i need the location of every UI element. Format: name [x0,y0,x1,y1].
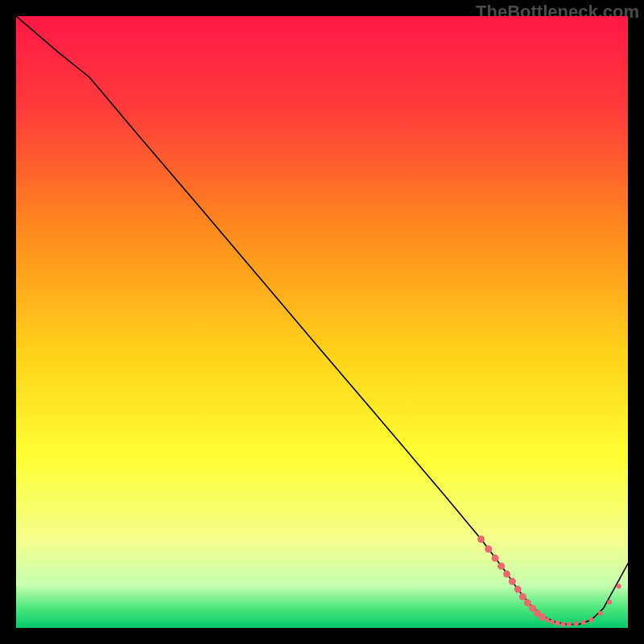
curve-marker [492,555,499,562]
curve-marker [519,593,526,601]
curve-marker [550,619,555,624]
curve-marker [567,621,572,626]
curve-marker [509,578,516,585]
curve-marker [524,599,531,606]
curve-marker [581,620,586,625]
curve-marker [607,600,612,605]
curve-marker [560,621,565,626]
curve-marker [555,621,560,625]
curve-marker [477,535,485,543]
curve-marker [539,613,546,621]
curve-marker [588,617,593,622]
gradient-background [16,16,628,628]
curve-marker [617,584,621,588]
curve-marker [573,621,578,626]
curve-marker [514,586,522,593]
curve-marker [545,617,550,622]
plot-area [16,16,628,628]
curve-marker [485,545,492,552]
chart-svg [16,16,628,628]
curve-marker [503,571,510,578]
curve-marker [598,611,603,616]
chart-frame: TheBottleneck.com [0,0,644,644]
curve-marker [497,563,505,570]
